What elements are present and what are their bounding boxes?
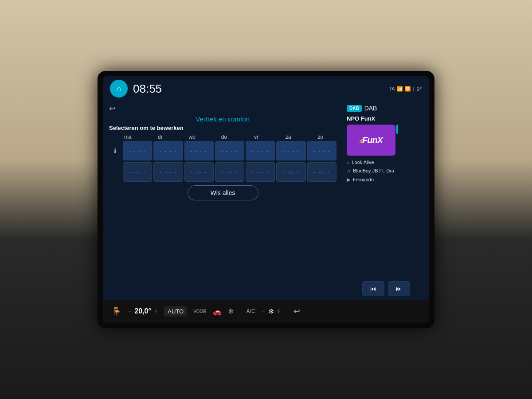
clock: 08:55 (133, 82, 162, 96)
media-controls: ⏮ ⏭ (347, 278, 426, 296)
schedule-cell-2-3[interactable]: - -:- - (184, 162, 214, 182)
panel-title: Vertrek en comfort (109, 115, 336, 123)
auto-button[interactable]: AUTO (164, 306, 187, 317)
section-label: Selecteren om te bewerken (109, 125, 336, 131)
defrost-icon: ❄ (228, 307, 234, 316)
left-panel: ↩ Vertrek en comfort Selecteren om te be… (103, 101, 343, 300)
note-icon-1: ♪ (347, 160, 349, 165)
ac-label: A/C (246, 308, 255, 314)
track-title: Look Alive (352, 159, 374, 166)
schedule-cell-2-6[interactable]: - -:- - (276, 162, 305, 182)
dab-badge: DAB (347, 105, 362, 112)
day-do: do (208, 134, 240, 140)
scroll-indicator (396, 125, 398, 134)
temp-value: 20,0° (134, 307, 151, 315)
station-logo[interactable]: 4FunX (347, 125, 395, 156)
day-zo: zo (305, 134, 336, 140)
divider-2 (287, 307, 287, 316)
day-za: za (272, 134, 304, 140)
days-header: ma di wo do vr za zo (112, 134, 336, 140)
seat-icon: 🪑 (112, 306, 121, 316)
funx-logo-text: 4FunX (360, 135, 383, 145)
prev-button[interactable]: ⏮ (362, 281, 384, 296)
note-icon-2: ♫ (347, 168, 350, 173)
station-name: NPO FunX (347, 115, 426, 122)
dab-label: DAB (364, 105, 377, 112)
ta-label: TA (389, 86, 395, 91)
next-icon: ⏭ (396, 285, 402, 292)
fan-minus-button[interactable]: − (262, 307, 266, 315)
voor-label: VOOR (193, 309, 206, 314)
schedule-cell-2-5[interactable]: - -:- - (246, 162, 275, 182)
temp-minus-button[interactable]: − (128, 307, 132, 315)
schedule-cell-1-3[interactable]: - -:- - (184, 141, 214, 160)
day-di: di (144, 134, 176, 140)
next-button[interactable]: ⏭ (388, 281, 410, 296)
track-row-2: ♫ BlocBoy JB Ft. Dra (347, 168, 426, 174)
fan-controls: − ❄ + (262, 307, 281, 316)
schedule-cell-1-7[interactable]: - -:- - (307, 141, 336, 160)
screen: ⌂ 08:55 TA 📶 🛜 | 9° ↩ (103, 76, 429, 323)
schedule-cell-1-1[interactable]: - -:- - (123, 141, 152, 160)
status-icons: TA 📶 🛜 | (389, 86, 414, 92)
main-content: ↩ Vertrek en comfort Selecteren om te be… (103, 101, 429, 300)
schedule-cell-1-5[interactable]: - -:- - (246, 141, 275, 160)
prev-icon: ⏮ (370, 285, 376, 292)
track-row-3: ▶ Fernando (347, 176, 426, 183)
schedule-cell-2-4[interactable]: - -:- - (215, 162, 244, 182)
right-panel: DAB DAB NPO FunX 4FunX ♪ Look Alive (343, 101, 429, 300)
schedule-grid: 🌡 - -:- - - -:- - - -:- - - -:- - - -:- … (109, 141, 336, 182)
play-icon: ▶ (347, 177, 350, 183)
ambient-temp: 9° (417, 86, 422, 92)
screen-bezel: ⌂ 08:55 TA 📶 🛜 | 9° ↩ (98, 71, 434, 328)
home-button[interactable]: ⌂ (110, 80, 128, 98)
schedule-cell-2-1[interactable]: - -:- - (123, 162, 152, 182)
header-right: TA 📶 🛜 | 9° (389, 86, 422, 92)
temp-control: − 20,0° + (128, 307, 158, 315)
home-icon: ⌂ (117, 84, 121, 94)
divider (240, 307, 240, 316)
divider-pipe: | (413, 86, 414, 91)
radio-header: DAB DAB (347, 105, 426, 112)
bottom-bar: 🪑 − 20,0° + AUTO VOOR 🚗 ❄ A/C − ❄ + (103, 300, 429, 323)
recirc-icon: ↩ (293, 306, 300, 316)
car-surround: ⌂ 08:55 TA 📶 🛜 | 9° ↩ (0, 0, 532, 399)
day-wo: wo (176, 134, 208, 140)
schedule-cell-1-6[interactable]: - -:- - (276, 141, 305, 160)
clear-all-button[interactable]: Wis alles (188, 185, 258, 200)
track-next: Fernando (353, 176, 374, 183)
track-artist: BlocBoy JB Ft. Dra (353, 168, 394, 174)
wifi-icon: 🛜 (405, 86, 411, 92)
signal-icon: 📶 (397, 86, 403, 92)
schedule-row-2: - -:- - - -:- - - -:- - - -:- - - -:- - … (109, 162, 336, 182)
header: ⌂ 08:55 TA 📶 🛜 | 9° (103, 76, 429, 101)
fan-icon: ❄ (268, 307, 274, 316)
track-info: ♪ Look Alive ♫ BlocBoy JB Ft. Dra ▶ Fern… (347, 159, 426, 278)
temp-plus-button[interactable]: + (154, 307, 158, 315)
schedule-cell-1-4[interactable]: - -:- - (215, 141, 244, 160)
schedule-cell-1-2[interactable]: - -:- - (153, 141, 183, 160)
day-vr: vr (240, 134, 272, 140)
track-row-1: ♪ Look Alive (347, 159, 426, 166)
schedule-cell-2-7[interactable]: - -:- - (307, 162, 336, 182)
schedule-row-1: 🌡 - -:- - - -:- - - -:- - - -:- - - -:- … (109, 141, 336, 160)
thermometer-icon: 🌡 (109, 147, 121, 154)
day-ma: ma (112, 134, 144, 140)
fan-plus-button[interactable]: + (277, 307, 281, 315)
back-button[interactable]: ↩ (109, 104, 120, 113)
schedule-cell-2-2[interactable]: - -:- - (153, 162, 183, 182)
windshield-icon: 🚗 (213, 307, 222, 316)
